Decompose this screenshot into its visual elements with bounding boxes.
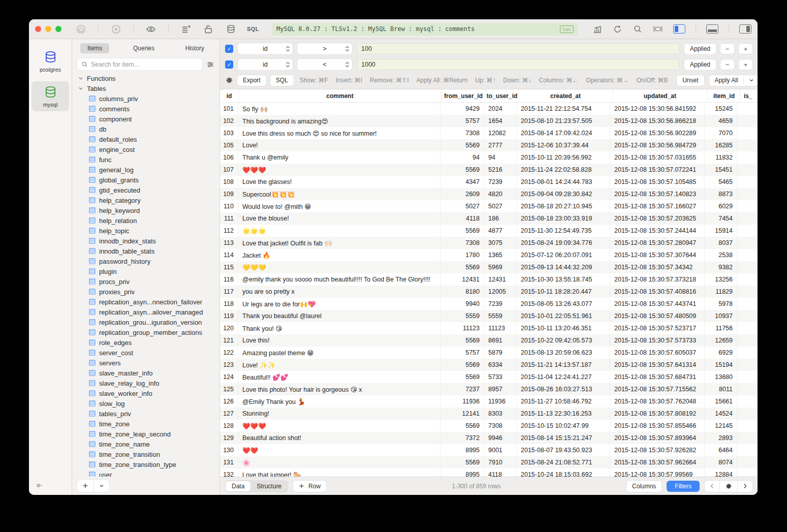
cell-comment[interactable]: 💛💛💛 (238, 261, 440, 273)
applied-button[interactable]: Applied (684, 44, 716, 54)
lock-icon[interactable] (203, 24, 213, 34)
cell-id[interactable]: 120 (220, 322, 238, 334)
cell-id[interactable]: 103 (220, 127, 238, 139)
cell-is[interactable] (737, 212, 758, 225)
cell-id[interactable]: 112 (220, 225, 238, 237)
cell-is[interactable] (737, 456, 758, 468)
cell-created_at[interactable]: 2015-07-12 06:20:07.091 (517, 249, 610, 261)
cell-from_user_id[interactable]: 11123 (440, 322, 484, 334)
cell-id[interactable]: 130 (220, 444, 238, 456)
filter-operator-select[interactable]: > (297, 43, 352, 54)
cell-updated_at[interactable]: 2015-12-08 15:30:57.893964 (610, 432, 705, 444)
cell-id[interactable]: 111 (220, 212, 238, 225)
sidebar-table-item[interactable]: procs_priv (72, 276, 219, 287)
cell-comment[interactable]: 🌸 (238, 456, 440, 468)
cell-id[interactable]: 127 (220, 408, 238, 420)
cell-from_user_id[interactable]: 4347 (440, 176, 484, 188)
tree-section-functions[interactable]: Functions (72, 73, 219, 83)
add-item-dropdown[interactable] (93, 480, 109, 492)
cell-id[interactable]: 113 (220, 237, 238, 249)
cell-comment[interactable]: Beautiful!! 💕💕 (238, 371, 440, 383)
cell-created_at[interactable]: 2015-08-24 19:09:34.776 (517, 237, 610, 249)
cell-updated_at[interactable]: 2015-12-08 15:30:57.715562 (610, 383, 705, 395)
cell-to_user_id[interactable]: 11936 (484, 395, 517, 408)
sidebar-table-item[interactable]: servers (72, 358, 219, 368)
cell-comment[interactable]: Love that jumper! 🐎 (238, 468, 440, 477)
cell-item_id[interactable]: 11829 (705, 286, 737, 298)
next-page-button[interactable] (737, 481, 752, 492)
cell-is[interactable] (737, 176, 758, 188)
cell-id[interactable]: 110 (220, 200, 238, 212)
cell-is[interactable] (737, 151, 758, 164)
cell-is[interactable] (737, 420, 758, 432)
cell-is[interactable] (737, 139, 758, 151)
sidebar-table-item[interactable]: password_history (72, 256, 219, 266)
cell-is[interactable] (737, 383, 758, 395)
cell-is[interactable] (737, 334, 758, 347)
cell-to_user_id[interactable]: 4820 (484, 188, 517, 200)
cell-from_user_id[interactable]: 5569 (440, 371, 484, 383)
frame-icon[interactable] (653, 24, 663, 34)
cell-item_id[interactable]: 16285 (705, 139, 737, 151)
cell-item_id[interactable]: 2893 (705, 432, 737, 444)
search-icon[interactable] (633, 24, 643, 34)
cell-item_id[interactable]: 6029 (705, 200, 737, 212)
cell-id[interactable]: 102 (220, 115, 238, 127)
cell-item_id[interactable]: 15245 (705, 103, 737, 115)
cell-to_user_id[interactable]: 9001 (484, 444, 517, 456)
cell-updated_at[interactable]: 2015-12-08 15:30:57.762048 (610, 395, 705, 408)
cell-item_id[interactable]: 6464 (705, 444, 737, 456)
cell-is[interactable] (737, 127, 758, 139)
sidebar-table-item[interactable]: plugin (72, 266, 219, 276)
cell-comment[interactable]: Ur legs are to die for🙌💖 (238, 298, 440, 310)
filter-column-select[interactable]: id (238, 59, 293, 70)
export-button[interactable]: Export (237, 75, 266, 86)
cell-created_at[interactable]: 2015-08-18 23:00:33.919 (517, 212, 610, 225)
zoom-window-button[interactable] (55, 26, 61, 32)
cell-created_at[interactable]: 2015-11-30 12:54:49.735 (517, 225, 610, 237)
sidebar-table-item[interactable]: help_keyword (72, 205, 219, 215)
cell-item_id[interactable]: 13256 (705, 273, 737, 286)
unset-button[interactable]: Unset (677, 75, 704, 86)
cell-from_user_id[interactable]: 5757 (440, 115, 484, 127)
sql-icon[interactable]: SQL (248, 24, 258, 34)
add-item-button[interactable] (77, 480, 93, 492)
cell-from_user_id[interactable]: 7372 (440, 432, 484, 444)
cell-from_user_id[interactable]: 9940 (440, 298, 484, 310)
cell-updated_at[interactable]: 2015-12-08 15:30:57.244144 (610, 225, 705, 237)
cell-to_user_id[interactable]: 4118 (484, 468, 517, 477)
cell-comment[interactable]: @emily thank you soooo much beautiful!!!… (238, 273, 440, 286)
cell-comment[interactable]: Thank you! 😘 (238, 322, 440, 334)
cell-from_user_id[interactable]: 5569 (440, 225, 484, 237)
cell-created_at[interactable]: 2015-10-22 09:42:05.573 (517, 334, 610, 347)
cell-updated_at[interactable]: 2015-12-08 15:30:57.855466 (610, 420, 705, 432)
sidebar-table-item[interactable]: general_log (72, 165, 219, 175)
cell-created_at[interactable]: 2015-08-07 19:43:50.923 (517, 444, 610, 456)
add-filter-button[interactable]: + (739, 44, 752, 54)
cell-is[interactable] (737, 103, 758, 115)
cell-comment[interactable]: Love! ✨✨ (238, 359, 440, 371)
connection-mysql[interactable]: mysql (32, 81, 69, 111)
cell-to_user_id[interactable]: 7910 (484, 456, 517, 468)
cell-is[interactable] (737, 444, 758, 456)
cell-to_user_id[interactable]: 186 (484, 212, 517, 225)
cell-id[interactable]: 106 (220, 151, 238, 164)
cell-to_user_id[interactable]: 7239 (484, 176, 517, 188)
eye-icon[interactable] (146, 24, 156, 34)
cell-updated_at[interactable]: 2015-12-08 15:30:57.072241 (610, 164, 705, 176)
filter-enabled-checkbox[interactable]: ✓ (225, 45, 233, 53)
cell-updated_at[interactable]: 2015-12-08 15:30:57.962664 (610, 456, 705, 468)
connection-postgres[interactable]: postgres (32, 46, 69, 76)
panel-left-icon[interactable] (673, 24, 685, 34)
settings-gear-icon[interactable] (34, 481, 43, 490)
cell-item_id[interactable]: 11832 (705, 151, 737, 164)
cell-comment[interactable]: Love this! (238, 334, 440, 347)
sidebar-table-item[interactable]: engine_cost (72, 144, 219, 154)
cell-is[interactable] (737, 164, 758, 176)
filters-button[interactable]: Filters (667, 481, 700, 492)
cell-created_at[interactable]: 2015-08-14 17:09:42.024 (517, 127, 610, 139)
sidebar-table-item[interactable]: help_category (72, 195, 219, 205)
filter-value-input[interactable]: 1000 (357, 59, 680, 70)
cell-to_user_id[interactable]: 5879 (484, 347, 517, 359)
cell-to_user_id[interactable]: 5216 (484, 164, 517, 176)
